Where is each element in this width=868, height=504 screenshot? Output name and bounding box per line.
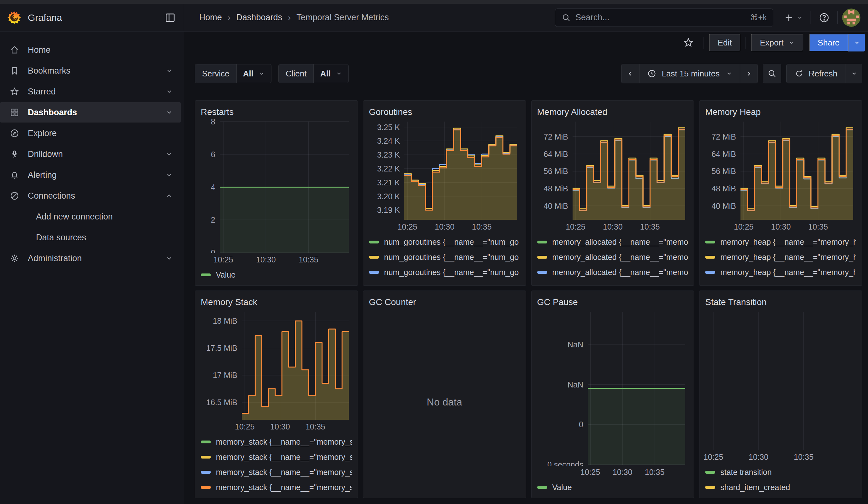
- legend-item[interactable]: memory_heap {__name__="memory_h: [705, 249, 856, 265]
- time-shift-forward-button[interactable]: [740, 64, 757, 83]
- chart-canvas: NaNNaN00 seconds: [537, 309, 689, 466]
- zoom-out-icon: [767, 69, 777, 78]
- legend-item[interactable]: Value: [201, 267, 352, 282]
- panel-title[interactable]: Memory Heap: [705, 105, 856, 119]
- legend-item[interactable]: memory_stack {__name__="memory_s: [201, 434, 352, 449]
- sidebar-item-explore[interactable]: Explore: [0, 123, 181, 143]
- sidebar-item-drilldown[interactable]: Drilldown: [0, 144, 181, 164]
- legend: num_goroutines {__name__="num_gonum_goro…: [369, 233, 520, 282]
- time-zoom-out-button[interactable]: [763, 64, 781, 83]
- legend-item[interactable]: memory_allocated {__name__="memo: [537, 234, 689, 249]
- legend-item[interactable]: memory_stack {__name__="memory_s: [201, 449, 352, 464]
- legend-item[interactable]: Value: [537, 480, 689, 495]
- time-shift-back-button[interactable]: [621, 64, 639, 83]
- legend-series-label: Value: [216, 270, 236, 279]
- panel-title[interactable]: GC Counter: [369, 295, 520, 309]
- legend-item[interactable]: memory_heap {__name__="memory_h: [705, 280, 856, 282]
- share-button[interactable]: Share: [809, 34, 848, 51]
- search-shortcut: ⌘+k: [750, 13, 767, 22]
- sidebar-toggle-icon[interactable]: [164, 12, 176, 24]
- breadcrumb-item-dashboards[interactable]: Dashboards: [236, 13, 282, 22]
- panel-title[interactable]: Memory Stack: [201, 295, 352, 309]
- grafana-logo[interactable]: [7, 10, 21, 25]
- sidebar-item-data-sources[interactable]: Data sources: [0, 227, 181, 248]
- breadcrumb-separator: ›: [228, 13, 230, 23]
- legend-item[interactable]: num_goroutines {__name__="num_go: [369, 265, 520, 280]
- favorite-star-button[interactable]: [678, 37, 699, 48]
- search-input[interactable]: [576, 13, 750, 22]
- chevron-down-icon[interactable]: [166, 67, 173, 74]
- legend-series-label: shard_item_created: [720, 483, 790, 492]
- breadcrumb-separator: ›: [288, 13, 291, 23]
- legend-item[interactable]: num_goroutines {__name__="num_go: [369, 249, 520, 265]
- panel-title[interactable]: GC Pause: [537, 295, 689, 309]
- legend-item[interactable]: memory_heap {__name__="memory_h: [705, 234, 856, 249]
- dashboard-toolbar: Edit Export Share: [195, 32, 865, 54]
- refresh-interval-button[interactable]: [846, 64, 862, 83]
- legend-item[interactable]: shard_item_created: [705, 480, 856, 495]
- star-icon: [683, 37, 694, 48]
- sidebar-item-connections[interactable]: Connections: [0, 186, 181, 206]
- svg-text:8: 8: [211, 119, 215, 126]
- legend-item[interactable]: num_goroutines {__name__="num_go: [369, 280, 520, 282]
- x-axis: 10:2510:3010:35: [537, 220, 689, 233]
- x-axis-label: 10:30: [613, 468, 632, 477]
- edit-button-label: Edit: [718, 38, 732, 48]
- x-axis-label: 10:35: [299, 255, 319, 264]
- svg-text:NaN: NaN: [567, 340, 583, 349]
- export-button[interactable]: Export: [751, 34, 803, 51]
- panel-title[interactable]: Memory Allocated: [537, 105, 689, 119]
- svg-text:3.24 K: 3.24 K: [377, 136, 400, 145]
- filter-client-dropdown[interactable]: ClientAll: [278, 64, 349, 83]
- panel-title[interactable]: State Transition: [705, 295, 856, 309]
- chart-area: 72 MiB64 MiB56 MiB48 MiB40 MiB: [537, 119, 689, 220]
- chevron-down-icon[interactable]: [166, 151, 173, 157]
- sidebar-item-administration[interactable]: Administration: [0, 248, 181, 268]
- sidebar-item-label: Starred: [28, 87, 56, 96]
- legend-series-label: memory_allocated {__name__="memo: [552, 237, 689, 247]
- legend-item[interactable]: state transition: [705, 464, 856, 480]
- sidebar-item-alerting[interactable]: Alerting: [0, 165, 181, 185]
- legend-series-marker: [201, 471, 211, 474]
- panel-title[interactable]: Goroutines: [369, 105, 520, 119]
- legend-item[interactable]: num_goroutines {__name__="num_go: [369, 234, 520, 249]
- filter-service-dropdown[interactable]: ServiceAll: [195, 64, 271, 83]
- filter-value[interactable]: All: [313, 64, 348, 83]
- legend-series-marker: [201, 486, 211, 489]
- svg-text:3.21 K: 3.21 K: [377, 178, 400, 187]
- chevron-up-icon[interactable]: [166, 192, 173, 199]
- legend-series-label: state transition: [720, 468, 772, 477]
- help-button[interactable]: [815, 12, 833, 23]
- sidebar-item-starred[interactable]: Starred: [0, 81, 181, 102]
- add-new-button[interactable]: [780, 12, 806, 23]
- sidebar-item-add-new-connection[interactable]: Add new connection: [0, 207, 181, 227]
- filter-value[interactable]: All: [236, 64, 271, 83]
- breadcrumb-item-home[interactable]: Home: [199, 13, 222, 22]
- sidebar-item-dashboards[interactable]: Dashboards: [0, 102, 181, 123]
- legend-item[interactable]: memory_heap {__name__="memory_h: [705, 265, 856, 280]
- legend-item[interactable]: memory_allocated {__name__="memo: [537, 249, 689, 265]
- x-axis-label: 10:35: [794, 453, 814, 462]
- panel-title[interactable]: Restarts: [201, 105, 352, 119]
- chevron-down-icon[interactable]: [166, 172, 173, 178]
- legend-item[interactable]: memory_allocated {__name__="memo: [537, 265, 689, 280]
- sidebar-item-label: Dashboards: [28, 108, 77, 117]
- legend: memory_allocated {__name__="memomemory_a…: [537, 233, 689, 282]
- edit-button[interactable]: Edit: [709, 34, 741, 51]
- search-box[interactable]: ⌘+k: [555, 9, 773, 27]
- sidebar-item-bookmarks[interactable]: Bookmarks: [0, 61, 181, 81]
- chart-canvas: 86420: [201, 119, 352, 253]
- chevron-down-icon[interactable]: [166, 88, 173, 95]
- chevron-down-icon[interactable]: [166, 255, 173, 262]
- sidebar-item-home[interactable]: Home: [0, 40, 181, 60]
- avatar[interactable]: [842, 9, 860, 27]
- legend-item[interactable]: memory_stack {__name__="memory_s: [201, 464, 352, 480]
- panel-gc-counter: GC CounterNo data: [363, 290, 526, 498]
- time-range-picker[interactable]: Last 15 minutes: [639, 64, 740, 83]
- refresh-button[interactable]: Refresh: [787, 64, 846, 83]
- chevron-down-icon[interactable]: [166, 109, 173, 116]
- legend-item[interactable]: memory_allocated {__name__="memo: [537, 280, 689, 282]
- filter-label: Client: [279, 64, 313, 83]
- legend-item[interactable]: memory_stack {__name__="memory_s: [201, 480, 352, 495]
- share-menu-button[interactable]: [848, 34, 865, 51]
